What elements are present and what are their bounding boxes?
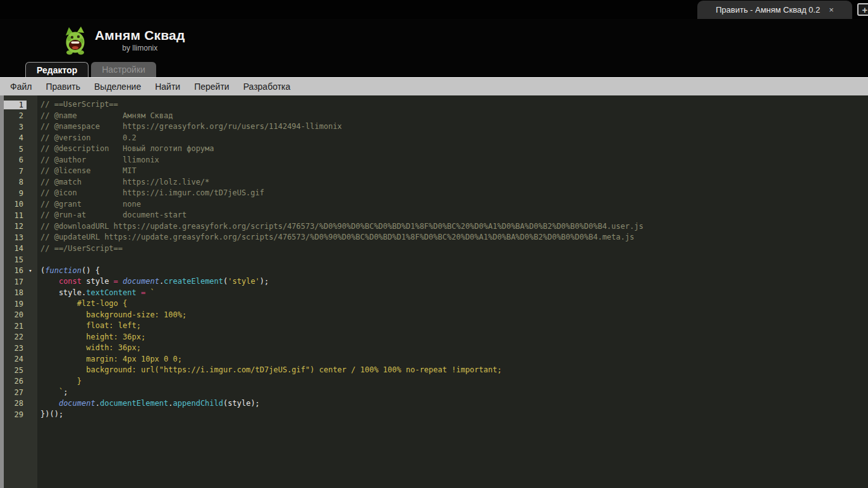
menu-item-edit[interactable]: Править <box>39 82 87 92</box>
gutter-line-4: 4 <box>4 133 37 144</box>
gutter-line-6: 6 <box>4 155 37 166</box>
code-line-21: float: left; <box>40 320 868 332</box>
gutter-line-12: 12 <box>4 221 37 233</box>
gutter-line-8: 8 <box>4 177 37 188</box>
line-number: 13 <box>4 233 27 242</box>
gutter-line-2: 2 <box>4 111 37 122</box>
line-number: 7 <box>4 167 27 176</box>
code-line-14: // ==/UserScript== <box>40 243 868 255</box>
line-number: 6 <box>4 156 27 164</box>
tab-editor[interactable]: Редактор <box>25 62 89 77</box>
line-number: 9 <box>4 189 27 198</box>
line-number: 26 <box>4 377 27 386</box>
gutter-line-1: 1 <box>4 99 37 111</box>
code-line-3: // @namespace https://greasyfork.org/ru/… <box>40 121 868 133</box>
line-number: 11 <box>4 211 27 220</box>
code-line-22: height: 36px; <box>40 332 868 343</box>
code-line-28: document.documentElement.appendChild(sty… <box>40 398 868 410</box>
line-number: 8 <box>4 178 27 186</box>
gutter-line-19: 19 <box>4 298 37 310</box>
browser-tab-title: Править - Амням Сквад 0.2 <box>716 5 820 15</box>
script-title: Амням Сквад <box>95 28 185 43</box>
code-line-6: // @author llimonix <box>40 155 868 166</box>
code-line-24: margin: 4px 10px 0 0; <box>40 354 868 365</box>
gutter-line-3: 3 <box>4 121 37 133</box>
userscript-editor-window: Править - Амням Сквад 0.2 × + <box>0 0 868 488</box>
gutter-line-18: 18 <box>4 288 37 299</box>
line-number: 17 <box>4 278 27 286</box>
code-line-17: const style = document.createElement('st… <box>40 276 868 288</box>
code-line-4: // @version 0.2 <box>40 133 868 144</box>
code-line-5: // @description Новый логотип форума <box>40 143 868 155</box>
code-area[interactable]: // ==UserScript==// @name Амням Сквад// … <box>37 95 868 488</box>
menu-bar: ФайлПравитьВыделениеНайтиПерейтиРазработ… <box>0 77 868 95</box>
gutter-line-15: 15 <box>4 254 37 265</box>
code-line-19: #lzt-logo { <box>40 298 868 310</box>
line-number: 10 <box>4 200 27 209</box>
line-number: 12 <box>4 222 27 231</box>
line-number: 23 <box>4 344 27 353</box>
gutter-line-22: 22 <box>4 332 37 343</box>
menu-item-goto[interactable]: Перейти <box>187 82 236 92</box>
line-number: 22 <box>4 332 27 341</box>
gutter-line-7: 7 <box>4 166 37 177</box>
line-number: 16 <box>4 266 27 275</box>
line-number: 2 <box>4 111 27 120</box>
menu-item-file[interactable]: Файл <box>3 82 39 92</box>
code-line-20: background-size: 100%; <box>40 310 868 321</box>
gutter-line-11: 11 <box>4 210 37 221</box>
script-author: by llimonix <box>122 44 157 52</box>
line-number: 19 <box>4 300 27 308</box>
code-line-8: // @match https://lolz.live/* <box>40 177 868 188</box>
close-icon[interactable]: × <box>829 6 834 14</box>
tab-settings[interactable]: Настройки <box>91 62 156 77</box>
code-line-11: // @run-at document-start <box>40 210 868 221</box>
code-editor[interactable]: 12345678910111213141516▾1718192021222324… <box>0 95 868 488</box>
gutter-line-10: 10 <box>4 199 37 210</box>
menu-item-development[interactable]: Разработка <box>236 82 298 92</box>
gutter-line-13: 13 <box>4 232 37 243</box>
fold-arrow-icon[interactable]: ▾ <box>27 267 34 274</box>
line-number: 4 <box>4 133 27 142</box>
gutter-line-28: 28 <box>4 398 37 410</box>
gutter-line-24: 24 <box>4 354 37 365</box>
line-number: 5 <box>4 145 27 154</box>
code-line-18: style.textContent = ` <box>40 288 868 299</box>
gutter-line-26: 26 <box>4 376 37 387</box>
browser-tab[interactable]: Править - Амням Сквад 0.2 × <box>697 1 852 19</box>
gutter-line-27: 27 <box>4 387 37 398</box>
line-number: 29 <box>4 410 27 419</box>
gutter-line-23: 23 <box>4 343 37 354</box>
gutter-line-20: 20 <box>4 310 37 321</box>
gutter-line-29: 29 <box>4 409 37 420</box>
line-number: 28 <box>4 399 27 408</box>
new-tab-button[interactable]: + <box>857 3 868 16</box>
browser-tab-strip: Править - Амням Сквад 0.2 × + <box>0 0 868 19</box>
line-number: 15 <box>4 255 27 264</box>
code-line-29: })(); <box>40 409 868 420</box>
app-logo-icon <box>63 26 89 55</box>
code-line-7: // @license MIT <box>40 166 868 177</box>
gutter-line-5: 5 <box>4 143 37 155</box>
app-header: Амням Сквад by llimonix <box>0 19 868 61</box>
line-number-gutter: 12345678910111213141516▾1718192021222324… <box>4 95 37 488</box>
line-number: 24 <box>4 355 27 363</box>
code-line-2: // @name Амням Сквад <box>40 111 868 122</box>
gutter-line-16: 16▾ <box>4 265 37 277</box>
gutter-line-21: 21 <box>4 320 37 332</box>
line-number: 14 <box>4 244 27 253</box>
gutter-line-25: 25 <box>4 365 37 376</box>
code-line-15 <box>40 254 868 265</box>
gutter-line-9: 9 <box>4 188 37 199</box>
menu-item-selection[interactable]: Выделение <box>87 82 148 92</box>
code-line-25: background: url("https://i.imgur.com/tD7… <box>40 365 868 376</box>
gutter-line-17: 17 <box>4 276 37 288</box>
code-line-12: // @downloadURL https://update.greasyfor… <box>40 221 868 233</box>
code-line-1: // ==UserScript== <box>40 99 868 111</box>
code-line-26: } <box>40 376 868 387</box>
line-number: 1 <box>4 101 27 109</box>
code-line-27: `; <box>40 387 868 398</box>
line-number: 27 <box>4 388 27 397</box>
menu-item-find[interactable]: Найти <box>148 82 187 92</box>
code-line-16: (function() { <box>40 265 868 277</box>
